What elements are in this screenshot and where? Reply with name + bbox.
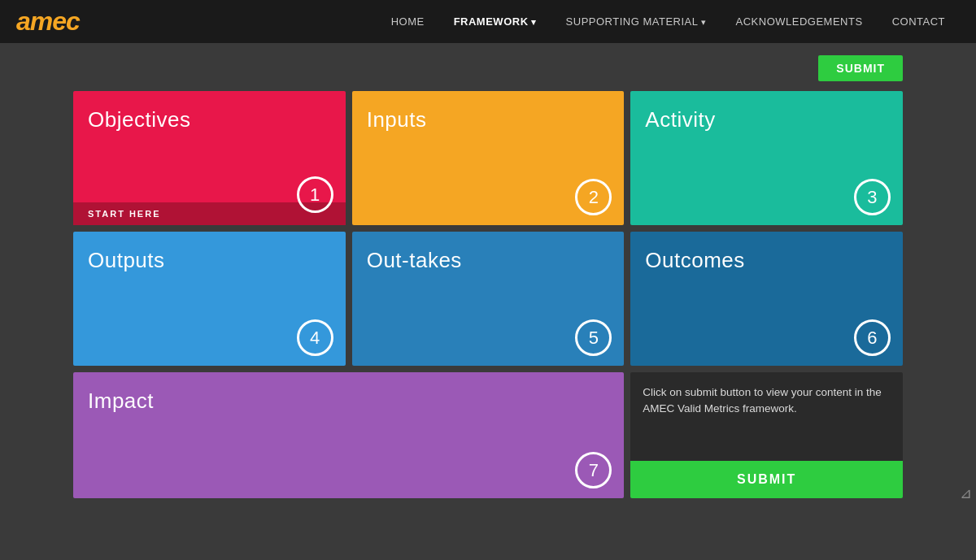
tile-outcomes[interactable]: Outcomes 6 [630, 232, 903, 366]
tile-outputs[interactable]: Outputs 4 [73, 232, 346, 366]
submit-top-row: SUBMIT [73, 55, 903, 81]
nav-supporting-material[interactable]: SUPPORTING MATERIAL [551, 0, 721, 44]
tile-impact-badge: 7 [575, 452, 612, 488]
tile-outtakes[interactable]: Out-takes 5 [352, 232, 625, 366]
submit-bottom-button[interactable]: SUBMIT [630, 461, 903, 498]
tile-outtakes-title: Out-takes [367, 248, 462, 272]
main-content: SUBMIT Objectives START HERE 1 Inputs 2 … [0, 43, 976, 510]
tile-outputs-badge: 4 [297, 319, 333, 356]
tile-activity[interactable]: Activity 3 [630, 91, 903, 225]
tile-impact[interactable]: Impact 7 [73, 372, 624, 498]
tile-activity-title: Activity [645, 107, 715, 132]
tile-outcomes-badge: 6 [854, 319, 891, 356]
nav-home[interactable]: HOME [377, 0, 439, 43]
nav-links: HOME FRAMEWORK SUPPORTING MATERIAL ACKNO… [377, 0, 960, 44]
tile-outtakes-badge: 5 [575, 319, 612, 356]
info-submit-cell: Click on submit button to view your cont… [630, 372, 903, 498]
tile-outcomes-title: Outcomes [645, 248, 745, 272]
submit-top-button[interactable]: SUBMIT [818, 55, 903, 81]
nav-contact[interactable]: CONTACT [878, 0, 960, 43]
tile-inputs-badge: 2 [575, 179, 612, 215]
tile-inputs-title: Inputs [367, 107, 427, 132]
tile-objectives-badge: 1 [297, 176, 333, 213]
nav-framework[interactable]: FRAMEWORK [439, 0, 551, 44]
tile-activity-badge: 3 [854, 179, 891, 215]
framework-grid: Objectives START HERE 1 Inputs 2 Activit… [73, 91, 903, 498]
scroll-hint: ⊿ [960, 484, 972, 502]
tile-objectives-title: Objectives [88, 107, 190, 132]
logo: amec [16, 7, 80, 37]
nav-acknowledgements[interactable]: ACKNOWLEDGEMENTS [721, 0, 878, 43]
main-nav: amec HOME FRAMEWORK SUPPORTING MATERIAL … [0, 0, 976, 43]
info-box: Click on submit button to view your cont… [630, 372, 903, 461]
tile-inputs[interactable]: Inputs 2 [352, 91, 625, 225]
tile-outputs-title: Outputs [88, 248, 165, 272]
tile-impact-title: Impact [88, 389, 154, 413]
tile-objectives[interactable]: Objectives START HERE 1 [73, 91, 346, 225]
